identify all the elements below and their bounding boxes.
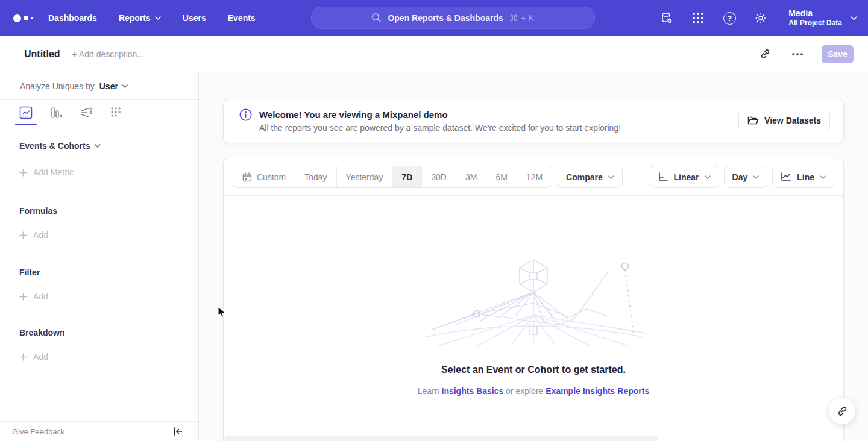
data-management-icon[interactable]	[659, 11, 674, 25]
banner-subtitle: All the reports you see are powered by a…	[259, 123, 621, 133]
chevron-down-icon	[820, 175, 826, 179]
compare-dropdown[interactable]: Compare	[558, 166, 623, 188]
top-nav: Dashboards Reports Users Events Open Rep…	[0, 0, 868, 36]
main-canvas: Welcome! You are viewing a Mixpanel demo…	[199, 72, 868, 441]
search-icon	[371, 13, 382, 23]
bar-chart-icon	[49, 106, 63, 119]
line-chart-icon	[19, 106, 33, 119]
analyze-by-dropdown[interactable]: User	[99, 81, 128, 91]
apps-grid-icon[interactable]	[691, 11, 705, 25]
results-panel-peek	[224, 436, 658, 441]
date-range-custom-label: Custom	[257, 172, 286, 182]
add-formula-button[interactable]: Add	[19, 230, 198, 240]
chevron-down-icon	[608, 175, 614, 179]
settings-gear-icon[interactable]	[753, 11, 768, 25]
date-range-3m-label: 3M	[465, 172, 477, 182]
nav-dashboards-label: Dashboards	[48, 13, 97, 23]
date-range-6m[interactable]: 6M	[486, 166, 517, 187]
interval-dropdown[interactable]: Day	[724, 166, 768, 188]
search-placeholder: Open Reports & Dashboards	[388, 13, 503, 23]
nav-reports[interactable]: Reports	[119, 13, 161, 23]
add-metric-button[interactable]: Add Metric	[19, 167, 198, 177]
scale-label: Linear	[674, 172, 699, 182]
nav-events[interactable]: Events	[228, 13, 256, 23]
insights-basics-link[interactable]: Insights Basics	[442, 386, 504, 396]
linear-axis-icon	[658, 172, 668, 181]
more-options-icon[interactable]	[789, 46, 806, 63]
plus-icon	[19, 353, 27, 361]
add-breakdown-button[interactable]: Add	[19, 352, 198, 361]
date-range-7d[interactable]: 7D	[392, 166, 422, 187]
report-title[interactable]: Untitled	[24, 49, 60, 60]
date-range-3m[interactable]: 3M	[456, 166, 486, 187]
collapse-sidebar-icon[interactable]	[174, 427, 183, 436]
banner-title: Welcome! You are viewing a Mixpanel demo	[259, 110, 621, 120]
tab-flow-chart[interactable]	[78, 100, 94, 125]
compare-label: Compare	[566, 172, 603, 182]
scatter-icon	[110, 107, 122, 119]
empty-state-prefix: Learn	[418, 386, 439, 396]
chart-type-dropdown[interactable]: Line	[772, 166, 834, 188]
add-breakdown-label: Add	[33, 352, 48, 361]
nav-users-label: Users	[183, 13, 206, 23]
view-datasets-label: View Datasets	[764, 116, 821, 125]
info-icon	[239, 108, 252, 121]
analyze-by-value: User	[99, 81, 118, 91]
date-range-12m-label: 12M	[526, 172, 542, 182]
save-button[interactable]: Save	[822, 45, 854, 63]
date-range-selector: Custom Today Yesterday 7D 30D 3M 6M 12M	[233, 166, 552, 188]
copy-link-icon[interactable]	[756, 46, 773, 63]
empty-state-middle: or explore	[506, 386, 543, 396]
visualization-tabs	[0, 100, 198, 125]
help-glyph: ?	[727, 14, 732, 23]
date-range-custom[interactable]: Custom	[233, 166, 295, 187]
example-insights-reports-link[interactable]: Example Insights Reports	[546, 386, 649, 396]
help-icon[interactable]: ?	[722, 11, 737, 25]
share-link-fab[interactable]	[828, 397, 856, 425]
nav-dashboards[interactable]: Dashboards	[48, 13, 97, 23]
add-filter-button[interactable]: Add	[19, 292, 198, 301]
tab-bar-chart[interactable]	[48, 100, 64, 125]
chevron-down-icon	[122, 84, 128, 88]
folder-icon	[747, 116, 759, 125]
empty-state-subtitle: Learn Insights Basics or explore Example…	[224, 386, 843, 396]
query-builder-sidebar: Analyze Uniques by User	[0, 72, 199, 441]
chevron-down-icon	[851, 16, 857, 20]
date-range-today[interactable]: Today	[295, 166, 336, 187]
mixpanel-logo[interactable]	[13, 13, 34, 23]
date-range-30d-label: 30D	[431, 172, 447, 182]
tab-scatter-chart[interactable]	[108, 100, 124, 125]
date-range-12m[interactable]: 12M	[517, 166, 552, 187]
global-search-input[interactable]: Open Reports & Dashboards ⌘ + K	[311, 7, 595, 29]
chart-controls: Custom Today Yesterday 7D 30D 3M 6M 12M …	[224, 158, 843, 196]
chart-type-label: Line	[797, 172, 814, 182]
date-range-7d-label: 7D	[401, 172, 412, 182]
chevron-down-icon	[95, 144, 101, 148]
scale-dropdown[interactable]: Linear	[650, 166, 719, 188]
add-metric-label: Add Metric	[33, 167, 74, 177]
breakdown-section-header: Breakdown	[19, 328, 198, 337]
date-range-yesterday-label: Yesterday	[346, 172, 383, 182]
project-selector[interactable]: Media All Project Data	[788, 8, 857, 28]
calendar-icon	[242, 172, 252, 182]
view-datasets-button[interactable]: View Datasets	[738, 111, 830, 130]
plus-icon	[19, 231, 27, 239]
events-cohorts-section-header[interactable]: Events & Cohorts	[19, 141, 198, 151]
formulas-title: Formulas	[19, 206, 57, 216]
report-header: Untitled + Add description... Save	[0, 36, 868, 72]
date-range-30d[interactable]: 30D	[422, 166, 456, 187]
add-description-field[interactable]: + Add description...	[72, 49, 144, 59]
nav-users[interactable]: Users	[183, 13, 206, 23]
plus-icon	[19, 293, 27, 301]
filter-title: Filter	[19, 267, 40, 277]
events-cohorts-title: Events & Cohorts	[19, 141, 90, 151]
empty-state-title: Select an Event or Cohort to get started…	[224, 364, 843, 375]
date-range-yesterday[interactable]: Yesterday	[337, 166, 393, 187]
filter-section-header: Filter	[19, 267, 198, 277]
project-name: Media	[788, 8, 842, 19]
link-icon	[837, 405, 848, 417]
breakdown-title: Breakdown	[19, 328, 64, 337]
tab-line-chart[interactable]	[18, 100, 34, 125]
give-feedback-link[interactable]: Give Feedback	[12, 427, 64, 436]
add-formula-label: Add	[33, 230, 48, 240]
